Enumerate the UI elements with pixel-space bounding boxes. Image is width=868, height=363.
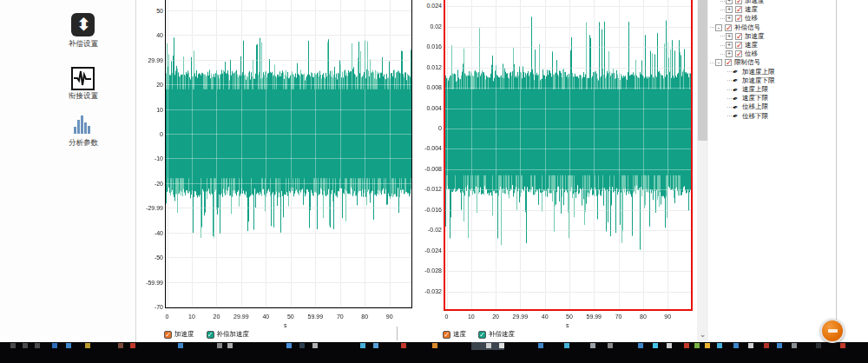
taskbar-icon[interactable] <box>764 343 769 348</box>
taskbar-icon[interactable] <box>360 343 365 348</box>
tree-item-补偿信号[interactable]: -补偿信号 <box>710 23 760 32</box>
taskbar-icon[interactable] <box>118 343 123 348</box>
expand-icon[interactable]: + <box>726 15 733 22</box>
taskbar-icon[interactable] <box>217 343 222 348</box>
taskbar-icon[interactable] <box>10 343 16 348</box>
taskbar-icon[interactable] <box>538 343 543 348</box>
tree-checkbox-checked[interactable] <box>735 6 742 13</box>
taskbar-icon[interactable] <box>499 343 504 348</box>
x-tick-label: 90 <box>654 314 681 320</box>
scrollbar-down-arrow[interactable]: ⌄ <box>697 330 708 341</box>
tree-item-速度[interactable]: +速度 <box>720 41 758 50</box>
taskbar-icon[interactable] <box>840 343 845 348</box>
x-tick-label: 59.99 <box>581 314 607 320</box>
limit-signal-icon: ✒ <box>732 76 740 85</box>
taskbar-icon[interactable] <box>667 343 672 348</box>
tree-item-速度上限[interactable]: ✒速度上限 <box>727 85 768 94</box>
taskbar-icon[interactable] <box>401 343 406 348</box>
taskbar-icon[interactable] <box>23 343 28 348</box>
legend-checkbox[interactable]: ✓ <box>443 331 450 339</box>
compensation-settings-button[interactable] <box>71 13 95 36</box>
chart-splitter[interactable] <box>397 327 398 340</box>
tree-item-位移下限[interactable]: ✒位移下限 <box>727 112 768 121</box>
taskbar-icon[interactable] <box>816 343 821 348</box>
tree-item-加速度上限[interactable]: ✒加速度上限 <box>727 68 775 76</box>
taskbar-icon[interactable] <box>777 343 782 348</box>
tree-checkbox-checked[interactable] <box>725 59 732 66</box>
tree-checkbox-checked[interactable] <box>725 24 732 31</box>
taskbar-icon[interactable] <box>312 343 318 348</box>
collapse-icon[interactable]: - <box>715 59 722 66</box>
taskbar-icon[interactable] <box>653 343 658 348</box>
y-tick-label: -0.032 <box>412 288 442 294</box>
taskbar-icon[interactable] <box>638 343 643 348</box>
tree-item-加速度[interactable]: +加速度 <box>720 32 765 41</box>
tree-connector <box>727 107 732 108</box>
expand-icon[interactable]: + <box>726 33 733 40</box>
scrollbar-thumb[interactable] <box>698 0 707 141</box>
acceleration-chart-legend: ✓加速度✓补偿加速度 <box>164 330 249 339</box>
y-tick-label: -0.004 <box>412 145 442 151</box>
collapse-icon[interactable]: - <box>715 24 722 31</box>
x-tick-label: 29.99 <box>228 314 254 320</box>
taskbar-icon[interactable] <box>373 343 378 348</box>
taskbar-icon[interactable] <box>227 343 233 348</box>
tree-connector <box>710 63 714 63</box>
taskbar-icon[interactable] <box>486 343 491 348</box>
windows-taskbar[interactable] <box>0 342 868 363</box>
expand-icon[interactable]: + <box>726 0 733 4</box>
taskbar-icon[interactable] <box>85 343 90 348</box>
taskbar-icon[interactable] <box>130 343 135 348</box>
legend-label: 加速度 <box>174 330 194 339</box>
tree-item-位移上限[interactable]: ✒位移上限 <box>727 102 768 111</box>
taskbar-icon[interactable] <box>286 343 292 348</box>
x-tick-label: 80 <box>630 314 656 320</box>
legend-item: ✓加速度 <box>164 330 194 339</box>
tree-checkbox-checked[interactable] <box>735 15 742 22</box>
tree-checkbox-checked[interactable] <box>735 33 742 40</box>
analysis-params-button[interactable] <box>71 112 95 135</box>
taskbar-icon[interactable] <box>733 343 739 348</box>
tree-item-位移[interactable]: +位移 <box>720 14 758 23</box>
floating-assistant-button[interactable] <box>820 319 845 343</box>
tree-checkbox-checked[interactable] <box>735 0 742 4</box>
taskbar-icon[interactable] <box>590 343 595 348</box>
y-tick-label: -59.99 <box>134 280 163 286</box>
taskbar-icon[interactable] <box>564 343 569 348</box>
expand-icon[interactable]: + <box>726 6 733 13</box>
taskbar-icon[interactable] <box>52 343 57 348</box>
legend-checkbox[interactable]: ✓ <box>164 331 172 339</box>
tree-item-加速度下限[interactable]: ✒加速度下限 <box>727 76 775 85</box>
taskbar-icon[interactable] <box>178 343 183 348</box>
panel-divider <box>836 0 837 342</box>
taskbar-icon[interactable] <box>432 343 437 348</box>
splice-settings-button[interactable] <box>71 67 95 90</box>
tree-item-限制信号[interactable]: -限制信号 <box>710 58 760 67</box>
x-tick-label: 29.99 <box>507 314 533 320</box>
expand-icon[interactable]: + <box>726 50 733 57</box>
tree-item-label: 位移 <box>745 50 758 58</box>
expand-icon[interactable]: + <box>726 42 733 49</box>
taskbar-icon[interactable] <box>705 343 710 348</box>
tree-checkbox-checked[interactable] <box>735 50 742 57</box>
legend-checkbox[interactable]: ✓ <box>478 331 486 339</box>
taskbar-icon[interactable] <box>66 343 71 348</box>
legend-checkbox[interactable]: ✓ <box>207 331 214 339</box>
tree-checkbox-checked[interactable] <box>735 42 742 49</box>
limit-signal-icon: ✒ <box>732 85 740 95</box>
taskbar-icon[interactable] <box>608 343 613 348</box>
taskbar-icon[interactable] <box>35 343 40 348</box>
tree-item-位移[interactable]: +位移 <box>720 50 758 58</box>
tree-item-速度[interactable]: +速度 <box>720 5 758 14</box>
taskbar-icon[interactable] <box>792 343 797 348</box>
tree-item-加速度[interactable]: +加速度 <box>720 0 765 5</box>
taskbar-icon[interactable] <box>299 343 305 348</box>
taskbar-icon[interactable] <box>684 343 689 348</box>
tree-item-速度下限[interactable]: ✒速度下限 <box>727 94 768 102</box>
taskbar-icon[interactable] <box>717 343 722 348</box>
tree-connector <box>720 45 725 46</box>
tree-connector <box>720 18 725 19</box>
taskbar-icon[interactable] <box>694 343 700 348</box>
taskbar-icon[interactable] <box>748 343 753 348</box>
y-tick-label: 0.008 <box>412 84 442 90</box>
